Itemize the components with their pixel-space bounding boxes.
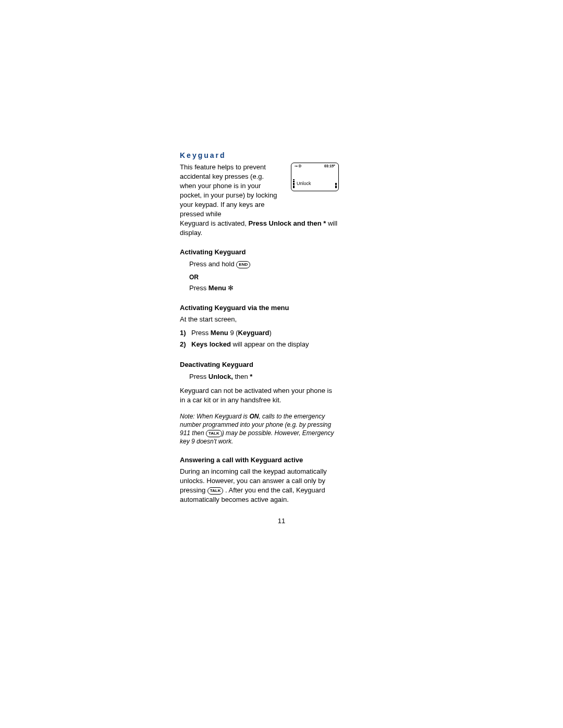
end-key-icon: END [236, 261, 250, 268]
s1a: Press [191, 329, 211, 337]
note-a: Note: When Keyguard is [180, 413, 249, 420]
act-line1a: Press and hold [189, 260, 236, 268]
activating-heading: Activating Keyguard [180, 248, 339, 256]
s1b: Menu [211, 329, 228, 337]
phone-screen-illustration: ⊸ D 03:15ᴾ Unlock [291, 163, 339, 191]
s1d: Keyguard [238, 329, 270, 337]
content-column: Keyguard This feature helps to prevent a… [180, 151, 339, 504]
activating-line1: Press and hold END [189, 259, 339, 269]
deactivating-heading: Deactivating Keyguard [180, 361, 339, 368]
deactivating-line: Press Unlock, then * [189, 372, 339, 382]
note-block: Note: When Keyguard is ON, calls to the … [180, 412, 339, 446]
act-line2b: Menu [209, 284, 226, 292]
intro-p2a: Keyguard is activated, [180, 219, 249, 227]
intro-paragraph-2: Keyguard is activated, Press Unlock and … [180, 219, 339, 238]
step-1: 1) Press Menu 9 (Keyguard) [180, 327, 339, 339]
answering-body: During an incoming call the keypad autom… [180, 467, 339, 504]
deact-a: Press [189, 373, 209, 380]
activating-menu-heading: Activating Keyguard via the menu [180, 304, 339, 312]
deactivating-body: Keyguard can not be activated when your … [180, 386, 339, 405]
deact-b: Unlock, [209, 373, 233, 380]
step2-num: 2) [180, 339, 191, 350]
page-number: 11 [0, 517, 563, 525]
act-line2a: Press [189, 284, 209, 292]
intro-p2b: Press Unlock and then * [249, 219, 326, 227]
intro-block: This feature helps to prevent accidental… [180, 163, 339, 238]
talk-key-icon-note: TALK [206, 430, 222, 437]
step2-text: Keys locked will appear on the display [191, 339, 309, 350]
s2a: Keys locked [191, 340, 231, 348]
deact-c: then [233, 373, 250, 380]
deact-d: * [250, 373, 252, 380]
activating-steps: 1) Press Menu 9 (Keyguard) 2) Keys locke… [180, 327, 339, 350]
s2b: will appear on the display [231, 340, 309, 348]
document-page: Keyguard This feature helps to prevent a… [0, 0, 563, 728]
screen-body [291, 168, 338, 181]
activating-line2: Press Menu ✻ [189, 283, 339, 293]
note-b: ON [249, 413, 259, 420]
screen-status-row: ⊸ D 03:15ᴾ [291, 163, 338, 168]
screen-time: 03:15ᴾ [324, 164, 335, 168]
screen-softkey-label: Unlock [291, 181, 338, 188]
intro-paragraph-1: This feature helps to prevent accidental… [180, 163, 282, 219]
step1-num: 1) [180, 327, 191, 339]
step1-text: Press Menu 9 (Keyguard) [191, 327, 272, 339]
act-line2c: ✻ [226, 284, 234, 292]
talk-key-icon-answer: TALK [207, 487, 224, 495]
answering-heading: Answering a call with Keyguard active [180, 456, 339, 464]
actmenu-intro: At the start screen, [180, 315, 339, 324]
screen-left-bars [293, 179, 295, 188]
step-2: 2) Keys locked will appear on the displa… [180, 339, 339, 350]
screen-right-bars [335, 182, 337, 188]
s1c: 9 ( [228, 329, 238, 337]
screen-signal-icon: ⊸ D [295, 164, 301, 168]
or-label: OR [189, 274, 339, 281]
s1e: ) [270, 329, 272, 337]
section-title: Keyguard [180, 151, 339, 159]
